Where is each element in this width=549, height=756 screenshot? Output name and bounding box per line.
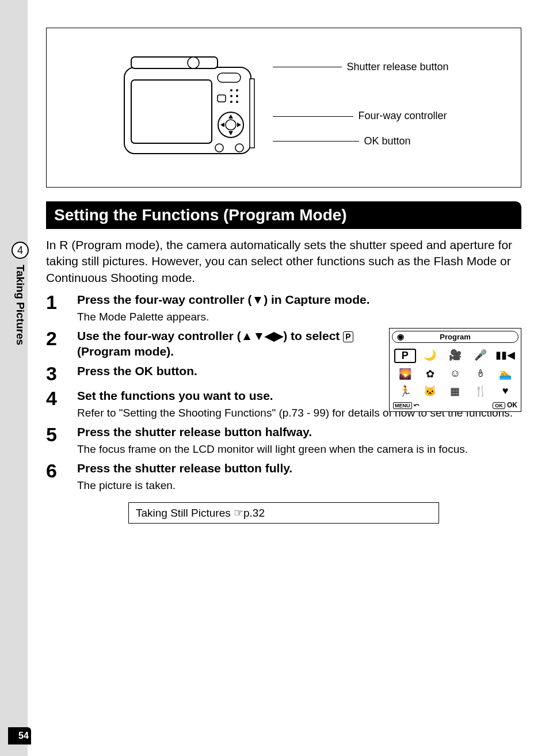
palette-header: ◉ Program: [392, 331, 518, 343]
mode-palette-screen: ◉ Program P 🌙 🎥 🎤 ▮▮◀ 🌄 ✿ ☺ 🕯 🏊 🏃 🐱: [389, 328, 521, 412]
cross-reference-box: Taking Still Pictures ☞p.32: [128, 502, 439, 524]
palette-footer: MENU ⤺ OK OK: [390, 400, 521, 411]
palette-food-icon: 🍴: [470, 385, 491, 398]
palette-pet-icon: 🐱: [420, 385, 441, 398]
palette-frame-icon: ♥: [494, 385, 516, 398]
left-gutter: [0, 0, 28, 756]
page-content: Shutter release button Four-way controll…: [46, 28, 521, 524]
step-6: 6 Press the shutter release button fully…: [46, 460, 521, 493]
step-title-pre: Use the four-way controller (▲▼◀▶) to se…: [77, 329, 343, 342]
step-1: 1 Press the four-way controller (▼) in C…: [46, 292, 521, 324]
ok-button-label: OK: [493, 402, 505, 409]
step-desc: The focus frame on the LCD monitor will …: [77, 442, 521, 457]
step-desc: The Mode Palette appears.: [77, 310, 521, 324]
callout-fourway: Four-way controller: [273, 109, 448, 123]
back-arrow-icon: ⤺: [414, 401, 420, 409]
svg-point-4: [188, 57, 199, 68]
ok-text: OK: [507, 401, 517, 409]
callout-label: Shutter release button: [346, 60, 448, 74]
steps-list: 1 Press the four-way controller (▼) in C…: [46, 292, 521, 493]
palette-marine-icon: 🏊: [494, 368, 516, 380]
palette-flower-icon: 🌄: [394, 368, 416, 380]
step-number: 6: [46, 460, 77, 493]
step-title: Press the four-way controller (▼) in Cap…: [77, 292, 521, 307]
step-2: 2 Use the four-way controller (▲▼◀▶) to …: [46, 328, 521, 360]
callout-shutter: Shutter release button: [273, 60, 448, 74]
palette-night-icon: 🌙: [420, 349, 441, 363]
step-number: 4: [46, 388, 77, 421]
step-title: Press the shutter release button fully.: [77, 460, 521, 476]
callout-ok: OK button: [273, 134, 448, 148]
palette-portrait-icon: ✿: [420, 368, 441, 380]
svg-point-14: [230, 101, 232, 103]
palette-sport-icon: 🏃: [394, 385, 416, 398]
step-5: 5 Press the shutter release button halfw…: [46, 424, 521, 457]
palette-movie-icon: 🎥: [444, 349, 466, 363]
step-title-post: (Program mode).: [77, 345, 174, 358]
chapter-title-vertical: Taking Pictures: [14, 265, 26, 345]
svg-point-8: [235, 144, 243, 152]
section-heading: Setting the Functions (Program Mode): [46, 201, 521, 229]
svg-point-12: [230, 95, 232, 97]
palette-voice-icon: 🎤: [470, 349, 491, 363]
step-number: 1: [46, 292, 77, 324]
camera-diagram-box: Shutter release button Four-way controll…: [46, 28, 521, 188]
svg-point-13: [236, 95, 238, 97]
svg-rect-9: [218, 95, 226, 102]
chapter-number-badge: 4: [12, 242, 29, 259]
svg-rect-3: [131, 57, 218, 68]
callout-label: Four-way controller: [358, 109, 447, 123]
svg-rect-1: [131, 80, 212, 143]
program-mode-icon: P: [343, 331, 353, 342]
svg-rect-2: [218, 73, 241, 82]
palette-candle-icon: 🕯: [470, 368, 491, 380]
svg-point-11: [236, 89, 238, 91]
svg-point-15: [236, 101, 238, 103]
palette-face-icon: ☺: [444, 368, 466, 380]
step-number: 3: [46, 363, 77, 384]
page-number: 54: [8, 727, 31, 744]
callout-label: OK button: [364, 134, 410, 148]
palette-text-icon: ▦: [444, 385, 466, 398]
svg-point-6: [226, 120, 236, 130]
step-title: Use the four-way controller (▲▼◀▶) to se…: [77, 328, 359, 360]
svg-point-10: [230, 89, 232, 91]
svg-rect-16: [250, 79, 254, 148]
palette-landscape-icon: ▮▮◀: [494, 349, 516, 363]
palette-program-icon: P: [394, 349, 416, 363]
palette-title: Program: [440, 333, 470, 341]
menu-button-label: MENU: [393, 402, 412, 409]
chapter-side-tab: 4 Taking Pictures: [12, 242, 40, 345]
camera-icon: ◉: [397, 332, 404, 341]
palette-icon-grid: P 🌙 🎥 🎤 ▮▮◀ 🌄 ✿ ☺ 🕯 🏊 🏃 🐱 ▦ 🍴 ♥: [390, 345, 521, 400]
step-desc: The picture is taken.: [77, 478, 521, 493]
intro-paragraph: In R (Program mode), the camera automati…: [46, 237, 521, 286]
camera-illustration: [119, 50, 268, 165]
step-number: 2: [46, 328, 77, 360]
step-title: Press the shutter release button halfway…: [77, 424, 521, 440]
step-number: 5: [46, 424, 77, 457]
svg-point-7: [215, 144, 223, 152]
